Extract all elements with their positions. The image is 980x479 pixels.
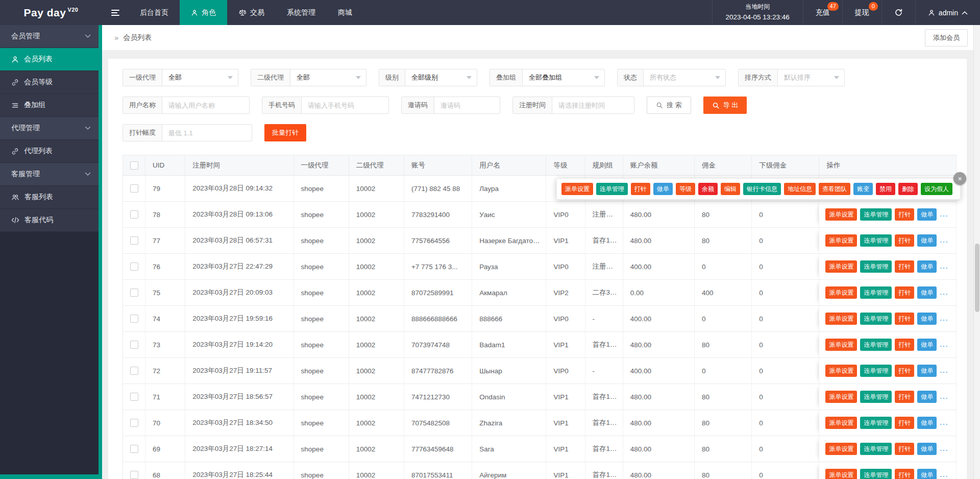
popup-action-button[interactable]: 连单管理 [596, 183, 628, 195]
more-actions-button[interactable]: ... [940, 367, 948, 374]
popup-action-button[interactable]: 等级 [676, 183, 695, 195]
row-action-button[interactable]: 做单 [917, 286, 937, 299]
sidebar-item-stack-group[interactable]: 叠加组 [0, 94, 102, 117]
row-action-button[interactable]: 做单 [917, 234, 937, 247]
injection-range-input[interactable] [162, 125, 252, 141]
row-checkbox[interactable] [130, 236, 138, 245]
popup-action-button[interactable]: 银行卡信息 [743, 183, 781, 195]
add-member-button[interactable]: 添加会员 [925, 29, 968, 46]
close-icon[interactable]: × [953, 172, 966, 185]
row-action-button[interactable]: 打针 [895, 286, 914, 299]
invite-code-input[interactable] [434, 97, 500, 113]
sidebar-group-agent-management[interactable]: 代理管理 [0, 117, 102, 140]
row-checkbox[interactable] [130, 262, 138, 271]
more-actions-button[interactable]: ... [940, 445, 948, 452]
row-action-button[interactable]: 派单设置 [825, 313, 857, 325]
level-select[interactable]: 全部级别 [405, 69, 477, 86]
row-action-button[interactable]: 打针 [895, 469, 914, 479]
sidebar-group-service-management[interactable]: 客服管理 [0, 163, 102, 186]
popup-action-button[interactable]: 编辑 [721, 183, 740, 195]
row-checkbox[interactable] [130, 471, 138, 479]
stack-group-select[interactable]: 全部叠加组 [523, 69, 604, 86]
popup-action-button[interactable]: 做单 [653, 183, 673, 195]
nav-item-roles[interactable]: 角色 [180, 0, 227, 25]
popup-action-button[interactable]: 设为假人 [921, 183, 952, 195]
popup-action-button[interactable]: 查看团队 [819, 183, 850, 195]
menu-toggle-button[interactable] [102, 0, 129, 25]
row-action-button[interactable]: 连单管理 [860, 365, 892, 377]
row-action-button[interactable]: 做单 [917, 417, 937, 429]
row-action-button[interactable]: 派单设置 [825, 339, 857, 351]
row-checkbox[interactable] [130, 289, 138, 297]
row-action-button[interactable]: 派单设置 [825, 286, 857, 299]
row-checkbox[interactable] [130, 367, 138, 375]
nav-item-shop[interactable]: 商城 [327, 0, 363, 25]
row-checkbox[interactable] [130, 210, 138, 219]
row-action-button[interactable]: 连单管理 [860, 286, 892, 299]
row-action-button[interactable]: 派单设置 [825, 443, 857, 455]
row-action-button[interactable]: 打针 [895, 391, 914, 403]
popup-action-button[interactable]: 派单设置 [561, 183, 593, 195]
row-action-button[interactable]: 派单设置 [825, 391, 857, 403]
row-action-button[interactable]: 连单管理 [860, 260, 892, 273]
row-action-button[interactable]: 打针 [895, 417, 914, 429]
popup-action-button[interactable]: 账变 [853, 183, 873, 195]
sidebar-scrollbar[interactable] [99, 25, 102, 479]
row-action-button[interactable]: 派单设置 [825, 365, 857, 377]
search-button[interactable]: 搜 索 [647, 97, 691, 114]
popup-action-button[interactable]: 打针 [631, 183, 650, 195]
sort-select[interactable]: 默认排序 [778, 69, 844, 86]
level1-agent-select[interactable]: 全部 [162, 69, 238, 86]
popup-action-button[interactable]: 余额 [698, 183, 718, 195]
sidebar-item-service-list[interactable]: 客服列表 [0, 186, 102, 209]
more-actions-button[interactable]: ... [940, 289, 948, 296]
sidebar-bottom-scrollbar[interactable] [0, 474, 102, 479]
row-action-button[interactable]: 做单 [917, 443, 937, 455]
row-checkbox[interactable] [130, 184, 138, 193]
row-checkbox[interactable] [130, 393, 138, 401]
more-actions-button[interactable]: ... [940, 393, 948, 400]
row-action-button[interactable]: 派单设置 [825, 469, 857, 479]
row-action-button[interactable]: 连单管理 [860, 391, 892, 403]
scrollbar-thumb[interactable] [975, 244, 979, 312]
row-checkbox[interactable] [130, 445, 138, 453]
row-action-button[interactable]: 连单管理 [860, 234, 892, 247]
select-all-checkbox[interactable] [130, 161, 138, 170]
row-action-button[interactable]: 做单 [917, 313, 937, 325]
more-actions-button[interactable]: ... [940, 210, 948, 218]
more-actions-button[interactable]: ... [940, 236, 948, 244]
more-actions-button[interactable]: ... [940, 315, 948, 322]
popup-action-button[interactable]: 地址信息 [784, 183, 816, 195]
export-button[interactable]: 导 出 [703, 97, 747, 114]
row-action-button[interactable]: 打针 [895, 339, 914, 351]
phone-input[interactable] [302, 97, 388, 113]
refresh-button[interactable] [881, 0, 915, 25]
row-action-button[interactable]: 派单设置 [825, 417, 857, 429]
reg-time-input[interactable] [552, 97, 634, 113]
sidebar-item-member-list[interactable]: 会员列表 [0, 48, 102, 71]
status-select[interactable]: 所有状态 [644, 69, 725, 86]
row-action-button[interactable]: 连单管理 [860, 443, 892, 455]
recharge-link[interactable]: 充值 47 [803, 0, 842, 25]
row-action-button[interactable]: 连单管理 [860, 313, 892, 325]
username-input[interactable] [162, 97, 249, 113]
popup-action-button[interactable]: 禁用 [876, 183, 895, 195]
row-action-button[interactable]: 打针 [895, 260, 914, 273]
row-action-button[interactable]: 做单 [917, 339, 937, 351]
page-scrollbar[interactable] [973, 25, 980, 479]
nav-item-dashboard[interactable]: 后台首页 [129, 0, 180, 25]
row-action-button[interactable]: 做单 [917, 365, 937, 377]
batch-injection-button[interactable]: 批量打针 [264, 124, 306, 141]
row-action-button[interactable]: 打针 [895, 313, 914, 325]
more-actions-button[interactable]: ... [940, 262, 948, 270]
row-action-button[interactable]: 做单 [917, 208, 937, 221]
sidebar-item-agent-list[interactable]: 代理列表 [0, 140, 102, 163]
nav-item-system[interactable]: 系统管理 [276, 0, 327, 25]
row-action-button[interactable]: 做单 [917, 391, 937, 403]
row-action-button[interactable]: 连单管理 [860, 339, 892, 351]
row-action-button[interactable]: 打针 [895, 365, 914, 377]
row-action-button[interactable]: 派单设置 [825, 208, 857, 221]
sidebar-item-member-level[interactable]: 会员等级 [0, 71, 102, 94]
row-action-button[interactable]: 做单 [917, 260, 937, 273]
row-checkbox[interactable] [130, 341, 138, 349]
